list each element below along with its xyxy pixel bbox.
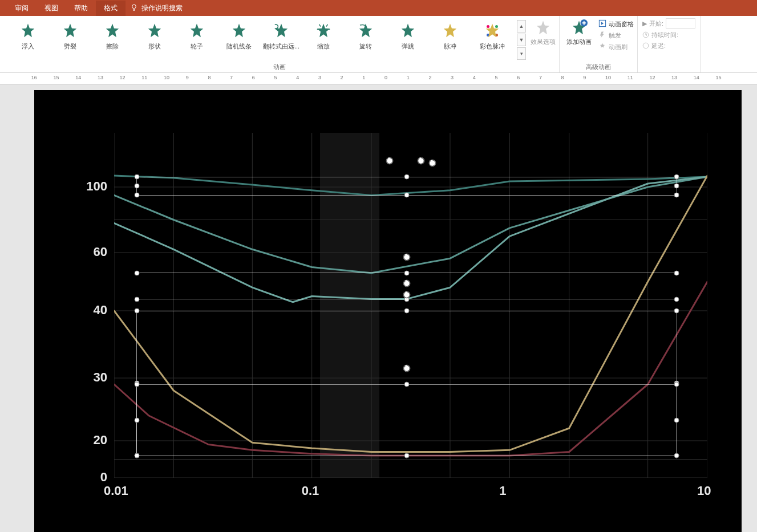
star-icon — [441, 22, 459, 40]
start-dropdown[interactable] — [666, 18, 695, 29]
ruler-tick: 2 — [341, 75, 343, 80]
selection-handle[interactable] — [674, 184, 679, 189]
ruler-tick: 0 — [384, 75, 387, 80]
animation-effect-label: 擦除 — [106, 42, 119, 51]
selection-handle[interactable] — [674, 193, 679, 198]
svg-point-1 — [495, 25, 498, 28]
animation-effect-button[interactable]: 擦除 — [91, 18, 133, 58]
duration-row: 持续时间: — [642, 31, 695, 39]
selection-handle[interactable] — [404, 193, 409, 198]
lightbulb-icon — [130, 3, 138, 13]
selection-handle[interactable] — [674, 174, 679, 180]
ruler-tick: 15 — [54, 75, 59, 80]
rotate-handle-icon[interactable] — [428, 159, 437, 168]
star-icon — [61, 22, 79, 40]
selection-handle[interactable] — [674, 453, 679, 458]
animation-painter-button: 动画刷 — [598, 42, 634, 51]
ruler-tick: 1 — [362, 75, 365, 80]
ruler-tick: 10 — [605, 75, 611, 80]
animation-effect-button[interactable]: 翻转式由远... — [260, 18, 302, 58]
selection-handle[interactable] — [134, 417, 139, 423]
selection-handle[interactable] — [404, 174, 409, 180]
selection-handle[interactable] — [134, 382, 139, 387]
y-axis-tick-label: 100 — [86, 179, 107, 194]
timing-group: ▶ 开始: 持续时间: 延迟: — [638, 16, 701, 72]
rotate-handle-icon[interactable] — [385, 156, 394, 165]
rotate-handle-icon[interactable] — [416, 156, 426, 165]
selection-handle[interactable] — [674, 417, 679, 423]
slide[interactable]: 020304060100 0.010.1110 — [34, 90, 742, 532]
clock-icon — [642, 31, 649, 39]
selection-handle[interactable] — [134, 184, 139, 189]
rotate-handle-icon[interactable] — [402, 290, 411, 299]
selection-handle[interactable] — [404, 453, 409, 458]
selection-handle[interactable] — [134, 308, 139, 314]
gallery-more-icon[interactable]: ▾ — [517, 47, 526, 60]
gallery-down-icon[interactable]: ▼ — [517, 34, 526, 46]
selection-handle[interactable] — [674, 308, 679, 314]
effect-options-icon — [535, 19, 552, 38]
start-row: ▶ 开始: — [642, 18, 695, 29]
x-axis-tick-label: 1 — [499, 484, 506, 498]
selection-handle[interactable] — [134, 270, 139, 275]
animation-effect-button[interactable]: 旋转 — [345, 18, 387, 58]
y-axis-tick-label: 60 — [94, 245, 107, 259]
effect-options-label: 效果选项 — [531, 38, 556, 46]
rotate-handle-icon[interactable] — [402, 279, 411, 288]
ruler-tick: 12 — [120, 75, 126, 80]
ruler-tick: 2 — [428, 75, 431, 80]
selection-handle[interactable] — [674, 270, 679, 275]
y-axis-tick-label: 30 — [94, 370, 107, 385]
selection-handle[interactable] — [134, 193, 139, 198]
svg-point-7 — [643, 43, 649, 48]
star-icon — [19, 22, 37, 40]
animation-effect-label: 轮子 — [191, 42, 203, 51]
ruler-tick: 14 — [75, 75, 81, 80]
animation-effect-button[interactable]: 彩色脉冲 — [471, 18, 513, 58]
animation-pane-button[interactable]: 动画窗格 — [598, 19, 634, 29]
animation-effect-button[interactable]: 形状 — [133, 18, 176, 58]
slide-editor-area[interactable]: 020304060100 0.010.1110 — [0, 84, 757, 532]
group-label-advanced: 高级动画 — [560, 63, 637, 71]
tell-me-search[interactable]: 操作说明搜索 — [130, 3, 183, 13]
animation-effect-button[interactable]: 脉冲 — [429, 18, 471, 58]
menu-help[interactable]: 帮助 — [66, 1, 96, 16]
ruler-tick: 11 — [141, 75, 147, 80]
star-icon — [188, 22, 206, 40]
ruler-tick: 11 — [628, 75, 633, 80]
selection-handle[interactable] — [404, 382, 409, 387]
selection-handle[interactable] — [404, 308, 409, 314]
star-icon — [272, 22, 290, 40]
rotate-handle-icon[interactable] — [402, 364, 411, 373]
effect-options-button: 效果选项 — [527, 16, 559, 63]
menu-view[interactable]: 视图 — [37, 1, 66, 16]
chart-curves[interactable] — [114, 133, 707, 478]
animation-effect-button[interactable]: 浮入 — [7, 18, 49, 58]
animation-effect-label: 弹跳 — [402, 42, 414, 51]
chart-plot-area[interactable] — [114, 133, 707, 478]
menu-review[interactable]: 审阅 — [7, 1, 37, 16]
rotate-handle-icon[interactable] — [402, 253, 411, 262]
gallery-up-icon[interactable]: ▲ — [517, 20, 526, 33]
animation-effect-button[interactable]: 劈裂 — [49, 18, 91, 58]
ruler-tick: 15 — [716, 75, 722, 80]
selection-handle[interactable] — [134, 174, 139, 180]
animation-effect-button[interactable]: 弹跳 — [387, 18, 429, 58]
add-animation-button[interactable]: 添加动画 — [563, 18, 595, 51]
chart-series-teal-top[interactable] — [114, 176, 707, 195]
advanced-animation-group: 添加动画 动画窗格 触发 — [560, 16, 638, 72]
animation-effect-label: 劈裂 — [64, 42, 76, 51]
menu-format[interactable]: 格式 — [96, 1, 126, 16]
selection-handle[interactable] — [404, 270, 409, 275]
ruler-tick: 6 — [252, 75, 255, 80]
animation-effect-button[interactable]: 轮子 — [176, 18, 218, 58]
animation-effect-button[interactable]: 随机线条 — [218, 18, 260, 58]
trigger-button: 触发 — [598, 31, 634, 40]
animation-effect-label: 随机线条 — [226, 42, 252, 51]
star-icon — [103, 22, 122, 40]
selection-handle[interactable] — [674, 382, 679, 387]
selection-handle[interactable] — [134, 297, 139, 302]
selection-handle[interactable] — [134, 453, 139, 458]
selection-handle[interactable] — [674, 297, 679, 302]
animation-effect-button[interactable]: 缩放 — [302, 18, 345, 58]
